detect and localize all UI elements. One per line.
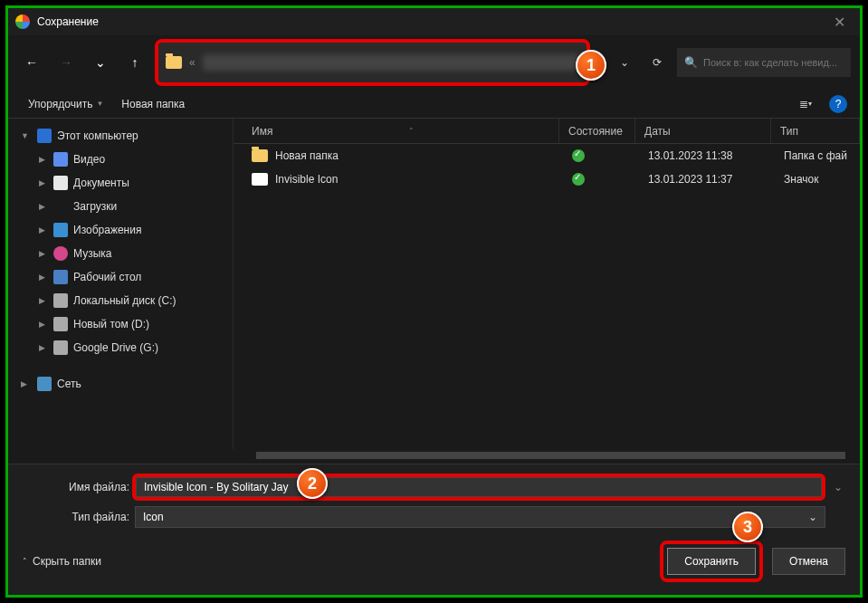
horizontal-scrollbar[interactable]: [243, 449, 858, 462]
sidebar-item[interactable]: ▶Google Drive (G:): [8, 336, 233, 359]
chevron-right-icon: ▶: [39, 320, 48, 329]
filename-label: Имя файла:: [23, 481, 129, 493]
chevron-right-icon: ▶: [39, 202, 48, 211]
file-row[interactable]: Invisible Icon13.01.2023 11:37Значок: [234, 168, 860, 191]
chevron-right-icon: ▶: [39, 343, 48, 352]
sidebar-item-label: Документы: [73, 177, 129, 189]
sidebar-item[interactable]: ▶Загрузки: [8, 195, 233, 218]
filetype-combo[interactable]: Icon ⌄: [135, 506, 825, 528]
sidebar-item[interactable]: ▶Локальный диск (C:): [8, 289, 233, 312]
sort-indicator-icon: ˄: [409, 127, 414, 136]
synced-icon: [572, 149, 585, 162]
new-folder-button[interactable]: Новая папка: [114, 94, 192, 114]
file-name: Новая папка: [275, 149, 563, 162]
annotation-marker-1: 1: [576, 50, 606, 81]
sidebar-item[interactable]: ▶Изображения: [8, 218, 233, 242]
sidebar-item[interactable]: ▶Документы: [8, 171, 233, 195]
drive-icon: [53, 293, 68, 308]
nav-row: ← → ⌄ ↑ « 1 ⌄ ⟳ 🔍: [8, 35, 860, 90]
sidebar-item[interactable]: ▶Новый том (D:): [8, 312, 233, 336]
filename-input[interactable]: [136, 477, 822, 497]
col-date[interactable]: Даты: [635, 119, 771, 143]
address-dropdown[interactable]: ⌄: [612, 48, 637, 77]
sidebar-item-label: Рабочий стол: [73, 271, 141, 283]
up-button[interactable]: ↑: [120, 48, 149, 77]
organize-button[interactable]: Упорядочить▼: [21, 94, 110, 114]
file-row[interactable]: Новая папка13.01.2023 11:38Папка с фай: [234, 144, 860, 168]
filetype-value: Icon: [143, 511, 164, 523]
bottom-panel: Имя файла: ⌄ 2 Тип файла: Icon ⌄ ˄ Скрыт…: [8, 464, 860, 595]
sidebar-item[interactable]: ▶Музыка: [8, 242, 233, 265]
annotation-marker-3: 3: [732, 512, 763, 542]
forward-button[interactable]: →: [52, 48, 81, 77]
file-date: 13.01.2023 11:37: [639, 173, 775, 186]
filename-row: Имя файла: ⌄ 2: [23, 474, 845, 501]
filename-dropdown-icon[interactable]: ⌄: [831, 481, 845, 493]
file-name: Invisible Icon: [275, 173, 563, 186]
sidebar-item-label: Видео: [73, 153, 105, 166]
sidebar-item-label: Изображения: [73, 224, 141, 236]
search-box[interactable]: 🔍: [677, 48, 851, 77]
save-dialog: Сохранение ✕ ← → ⌄ ↑ « 1 ⌄ ⟳ 🔍 Упорядочи…: [5, 5, 863, 598]
col-state[interactable]: Состояние: [559, 119, 635, 143]
button-row: ˄ Скрыть папки Сохранить 3 Отмена: [23, 533, 845, 591]
chevron-down-icon: ▼: [21, 131, 32, 140]
titlebar: Сохранение ✕: [8, 8, 860, 35]
search-input[interactable]: [703, 57, 844, 68]
recent-button[interactable]: ⌄: [86, 48, 115, 77]
chevron-right-icon: ▶: [39, 296, 48, 305]
drive-icon: [53, 317, 68, 331]
window-title: Сохранение: [37, 15, 818, 28]
column-headers: Имя˄ Состояние Даты Тип: [234, 119, 860, 144]
filetype-row: Тип файла: Icon ⌄: [23, 506, 845, 528]
cancel-button[interactable]: Отмена: [772, 548, 845, 575]
folder-icon: [166, 56, 182, 69]
save-button-highlight: Сохранить 3: [660, 541, 763, 582]
col-name[interactable]: Имя˄: [234, 119, 559, 143]
chevron-right-icon: ▶: [39, 178, 48, 187]
file-date: 13.01.2023 11:38: [639, 149, 775, 162]
col-type[interactable]: Тип: [771, 119, 860, 143]
chevron-down-icon: ⌄: [808, 511, 817, 523]
sidebar-root-label: Этот компьютер: [57, 129, 138, 142]
sidebar-this-pc[interactable]: ▼ Этот компьютер: [8, 124, 233, 148]
drive-icon: [53, 340, 68, 355]
dialog-body: ▼ Этот компьютер ▶Видео▶Документы▶Загруз…: [8, 119, 860, 449]
sidebar-item[interactable]: ▶Видео: [8, 148, 233, 171]
filetype-label: Тип файла:: [23, 511, 129, 523]
img-icon: [53, 223, 68, 237]
chrome-icon: [15, 14, 30, 29]
address-bar[interactable]: « 1: [155, 39, 590, 86]
address-path-redacted: [203, 54, 579, 71]
vid-icon: [53, 152, 68, 167]
save-button[interactable]: Сохранить: [667, 548, 756, 575]
chevron-right-icon: ▶: [39, 249, 48, 258]
file-list: Новая папка13.01.2023 11:38Папка с файIn…: [234, 144, 860, 191]
sidebar-item-label: Новый том (D:): [73, 318, 149, 330]
chevron-right-icon: ▶: [39, 225, 48, 234]
search-icon: 🔍: [684, 56, 698, 69]
hide-folders-button[interactable]: ˄ Скрыть папки: [23, 555, 101, 568]
file-pane: Имя˄ Состояние Даты Тип Новая папка13.01…: [233, 119, 860, 449]
file-state: [563, 173, 639, 186]
chevron-right-icon: ▶: [39, 155, 48, 164]
sidebar-item-label: Локальный диск (C:): [73, 294, 176, 307]
mus-icon: [53, 246, 68, 261]
desk-icon: [53, 270, 68, 284]
refresh-button[interactable]: ⟳: [643, 48, 672, 77]
close-button[interactable]: ✕: [818, 8, 860, 35]
file-state: [563, 149, 639, 162]
doc-icon: [53, 176, 68, 190]
toolbar: Упорядочить▼ Новая папка ≣ ▾ ?: [8, 90, 860, 119]
file-type: Папка с фай: [775, 149, 860, 162]
back-button[interactable]: ←: [17, 48, 46, 77]
sidebar-item[interactable]: ▶Рабочий стол: [8, 265, 233, 289]
view-options-button[interactable]: ≣ ▾: [793, 93, 818, 115]
sidebar-network-label: Сеть: [57, 378, 81, 390]
pc-icon: [37, 129, 52, 143]
sidebar-network[interactable]: ▶ Сеть: [8, 372, 233, 396]
chevron-up-icon: ˄: [23, 557, 27, 566]
synced-icon: [572, 173, 585, 186]
help-button[interactable]: ?: [829, 95, 847, 113]
sidebar-item-label: Загрузки: [73, 200, 117, 213]
